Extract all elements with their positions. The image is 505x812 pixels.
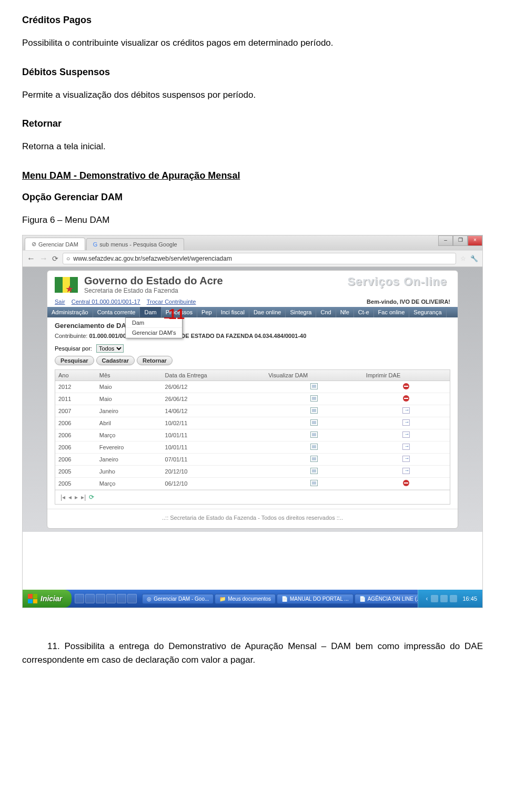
taskbar-task[interactable]: 📁Meus documentos [215,594,276,604]
cadastrar-button[interactable]: Cadastrar [96,356,135,365]
globe-icon: ⊘ [32,241,36,248]
print-dae-icon[interactable] [402,407,410,414]
menu-administracao[interactable]: Administração [47,307,93,317]
gov-subtitle: Secretaria de Estado da Fazenda [84,287,223,294]
quicklaunch [75,594,137,603]
print-dae-icon[interactable] [402,431,410,438]
pager-refresh-icon[interactable]: ⟳ [89,494,94,501]
ql-icon[interactable] [106,594,116,603]
menu-dae-online[interactable]: Dae online [249,307,286,317]
tray-icon[interactable] [450,595,457,602]
para-debitos: Permite a visualização dos débitos suspe… [22,88,483,102]
taskbar-task[interactable]: 📄MANUAL DO PORTAL ... [277,594,354,604]
view-dam-icon[interactable] [310,480,318,486]
grid-pager: |◂ ◂ ▸ ▸| ⟳ [55,490,450,504]
central-link[interactable]: Central 01.000.001/001-17 [72,299,140,305]
search-select[interactable]: Todos [96,344,124,353]
tray-icon[interactable] [431,595,438,602]
wrench-icon[interactable]: 🔧 [470,255,478,262]
main-menubar: Administração Conta corrente Dam Process… [47,307,458,317]
ql-icon[interactable] [96,594,105,603]
ql-icon[interactable] [85,594,95,603]
browser-toolbar: ← → ⟳ ○ www.sefazdev.ac.gov.br/sefazweb/… [23,250,482,267]
footnote-text: 11. Possibilita a entrega do Demonstrati… [22,640,483,666]
trocar-link[interactable]: Trocar Contribuinte [147,299,196,305]
view-dam-icon[interactable] [310,444,318,450]
ql-icon[interactable] [127,594,137,603]
tray-icon[interactable] [440,595,448,602]
ql-icon[interactable] [75,594,84,603]
menu-cte[interactable]: Ct-e [354,307,374,317]
pesquisar-button[interactable]: Pesquisar [55,356,94,365]
col-data[interactable]: Data da Entrega [162,370,266,381]
col-ano[interactable]: Ano [55,370,96,381]
menu-seguranca[interactable]: Segurança [409,307,446,317]
browser-tab-inactive[interactable]: G sub menus - Pesquisa Google [86,238,184,250]
pager-first-icon[interactable]: |◂ [60,494,65,501]
menu-dam[interactable]: Dam [140,307,161,317]
taskbar-task[interactable]: ◎Gerenciar DAM - Goo... [142,594,214,604]
reload-button[interactable]: ⟳ [52,254,58,263]
ql-icon[interactable] [117,594,126,603]
view-dam-icon[interactable] [310,383,318,389]
clock[interactable]: 16:45 [462,595,477,602]
start-button[interactable]: Iniciar [23,590,72,608]
print-dae-icon[interactable] [402,419,410,426]
retornar-button[interactable]: Retornar [137,356,173,365]
view-dam-icon[interactable] [310,468,318,474]
menu-pep[interactable]: Pep [197,307,217,317]
menu-sintegra[interactable]: Sintegra [286,307,316,317]
pager-prev-icon[interactable]: ◂ [68,494,72,501]
window-minimize-button[interactable]: – [438,235,453,246]
col-mes[interactable]: Mês [96,370,162,381]
menu-cnd[interactable]: Cnd [316,307,336,317]
services-online-label: Serviços On-line [347,275,447,289]
browser-tabstrip: ⊘ Gerenciar DAM G sub menus - Pesquisa G… [23,235,482,250]
sair-link[interactable]: Sair [55,299,65,305]
view-dam-icon[interactable] [310,419,318,426]
back-button[interactable]: ← [27,254,35,263]
pager-next-icon[interactable]: ▸ [75,494,78,501]
forward-button[interactable]: → [39,254,48,263]
heading-debitos: Débitos Suspensos [22,67,483,78]
para-creditos: Possibilita o contribuinte visualizar os… [22,36,483,50]
bookmark-star-icon[interactable]: ☆ [460,255,466,262]
contrib-label: Contribuinte: [55,333,87,339]
pager-last-icon[interactable]: ▸| [81,494,86,501]
print-dae-icon[interactable] [402,444,410,450]
cell-mes: Fevereiro [96,441,162,454]
taskbar-task[interactable]: 📄AGÊNCIA ON LINE (... [355,594,426,604]
callout-number: 11 [168,306,185,323]
print-dae-icon[interactable] [402,456,410,462]
flag-star-icon: ★ [65,283,74,295]
view-dam-icon[interactable] [310,431,318,438]
address-bar[interactable]: ○ www.sefazdev.ac.gov.br/sefazweb/servle… [63,253,456,264]
url-text: www.sefazdev.ac.gov.br/sefazweb/servlet/… [73,255,232,262]
cell-data: 26/06/12 [162,393,266,405]
menu-conta-corrente[interactable]: Conta corrente [93,307,140,317]
menu-inci-fiscal[interactable]: Inci fiscal [217,307,249,317]
col-imprimir[interactable]: Imprimir DAE [363,370,450,381]
menu-fac-online[interactable]: Fac online [374,307,410,317]
window-maximize-button[interactable]: ❐ [453,235,468,246]
site-icon: ○ [66,255,70,262]
user-bar: Sair Central 01.000.001/001-17 Trocar Co… [47,295,458,307]
menu-nfe[interactable]: Nfe [336,307,354,317]
browser-tab-active[interactable]: ⊘ Gerenciar DAM [25,238,85,250]
tab-title: Gerenciar DAM [38,241,78,248]
print-dae-icon[interactable] [402,468,410,474]
print-dae-disabled-icon [403,480,409,486]
view-dam-icon[interactable] [310,456,318,462]
view-dam-icon[interactable] [310,407,318,414]
contribuinte-line: Contribuinte: 01.000.001/001-17 . SECRET… [47,331,458,341]
tray-expand-icon[interactable]: ‹ [426,595,428,602]
view-dam-icon[interactable] [310,395,318,402]
col-visualizar[interactable]: Visualizar DAM [265,370,363,381]
window-close-button[interactable]: × [468,235,482,246]
cell-data: 20/12/10 [162,466,266,478]
search-label: Pesquisar por: [55,345,92,352]
cell-ano: 2005 [55,478,96,490]
submenu-gerenciar-dams[interactable]: Gerenciar DAM's [126,328,182,338]
footer-rights: ..:: Secretaria de Estado da Fazenda - T… [47,509,458,528]
cell-data: 10/02/11 [162,417,266,429]
